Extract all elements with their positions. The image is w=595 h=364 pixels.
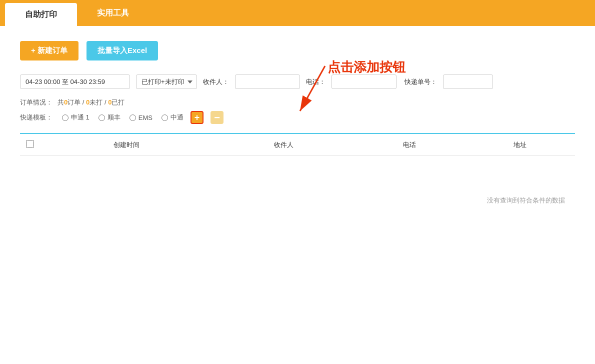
table-header-address: 地址 (464, 134, 575, 156)
radio-shentong[interactable] (62, 114, 68, 121)
template-zhongtong[interactable]: 中通 (162, 113, 184, 122)
express-no-label: 快递单号： (404, 78, 437, 86)
radio-ems[interactable] (130, 114, 136, 121)
main-content: + 新建订单 批量导入Excel 已打印+未打印 已打印 未打印 收件人： 电话… (0, 26, 595, 364)
import-excel-button[interactable]: 批量导入Excel (86, 41, 158, 60)
new-order-button[interactable]: + 新建订单 (20, 41, 78, 60)
template-zhongtong-label: 中通 (170, 113, 184, 122)
template-shentong-label: 申通 1 (71, 113, 90, 122)
date-range-input[interactable] (20, 74, 130, 89)
table-header-phone: 电话 (354, 134, 465, 156)
template-shunfeng-label: 顺丰 (108, 113, 120, 122)
select-all-checkbox[interactable] (26, 140, 34, 148)
template-ems-label: EMS (138, 114, 152, 122)
filter-row: 已打印+未打印 已打印 未打印 收件人： 电话： 快递单号： (20, 74, 575, 89)
phone-label: 电话： (306, 78, 326, 86)
add-template-button[interactable]: + (190, 111, 204, 124)
total-count: 0 (64, 98, 68, 106)
order-summary: 共0订单 / 0未打 / 0已打 (58, 98, 124, 107)
table-header-checkbox (20, 134, 40, 156)
template-row: 快递模板： 申通 1 顺丰 EMS 中通 + (20, 111, 575, 124)
radio-shunfeng[interactable] (98, 114, 105, 121)
data-table: 创建时间 收件人 电话 地址 (20, 134, 575, 156)
print-status-select[interactable]: 已打印+未打印 已打印 未打印 (136, 74, 197, 89)
nav-tab-self-print[interactable]: 自助打印 (5, 3, 77, 26)
express-no-input[interactable] (443, 74, 493, 89)
radio-zhongtong[interactable] (162, 114, 168, 121)
recipient-input[interactable] (235, 74, 300, 89)
action-buttons: + 新建订单 批量导入Excel (20, 41, 575, 60)
phone-input[interactable] (332, 74, 396, 89)
order-info-row: 订单情况： 共0订单 / 0未打 / 0已打 (20, 98, 575, 107)
table-header-recipient: 收件人 (212, 134, 354, 156)
recipient-label: 收件人： (203, 78, 229, 86)
top-navigation: 自助打印 实用工具 (0, 0, 595, 26)
annotation-text: 点击添加按钮 (328, 58, 406, 76)
template-shunfeng[interactable]: 顺丰 (98, 113, 120, 122)
nav-tab-tools[interactable]: 实用工具 (77, 0, 149, 26)
order-info-label: 订单情况： (20, 98, 52, 107)
unprinted-count: 0 (86, 98, 90, 106)
table-header-row: 创建时间 收件人 电话 地址 (20, 134, 575, 156)
table-header-created-at: 创建时间 (40, 134, 212, 156)
template-label: 快递模板： (20, 113, 55, 122)
remove-template-button[interactable]: − (210, 111, 224, 124)
template-radio-group: 申通 1 顺丰 EMS 中通 (62, 113, 184, 122)
template-ems[interactable]: EMS (130, 114, 152, 122)
printed-count: 0 (108, 98, 112, 106)
template-shentong[interactable]: 申通 1 (62, 113, 90, 122)
empty-message: 没有查询到符合条件的数据 (20, 196, 575, 205)
